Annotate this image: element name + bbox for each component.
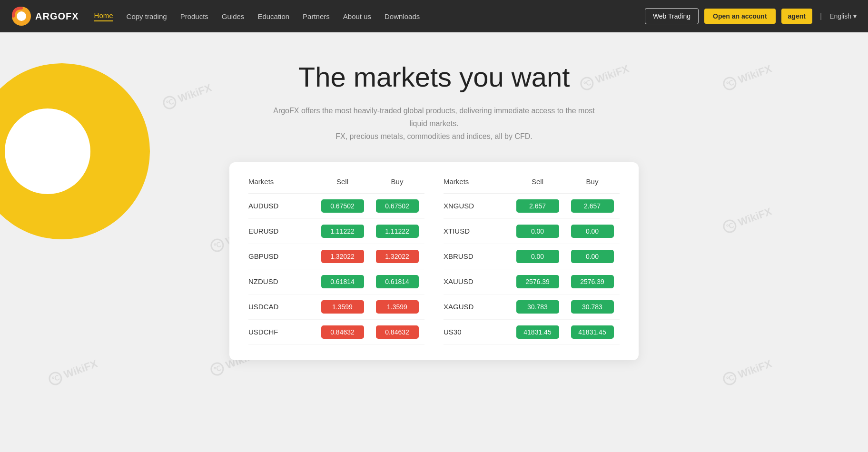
buy-price[interactable]: 2576.39 bbox=[571, 275, 614, 288]
sell-price[interactable]: 1.3599 bbox=[321, 300, 364, 314]
watermark-8: ℃WikiFX bbox=[47, 357, 99, 387]
sell-price[interactable]: 1.32022 bbox=[321, 250, 364, 263]
market-name: EURUSD bbox=[248, 227, 315, 235]
navbar: ARGOFX Home Copy trading Products Guides… bbox=[0, 0, 868, 32]
table-row: EURUSD 1.11222 1.11222 bbox=[248, 219, 424, 244]
table-row: XAUUSD 2576.39 2576.39 bbox=[444, 269, 620, 295]
right-col-headers: Markets Sell Buy bbox=[444, 177, 620, 194]
sell-price[interactable]: 0.84632 bbox=[321, 325, 364, 339]
table-row: XAGUSD 30.783 30.783 bbox=[444, 295, 620, 320]
market-name: NZDUSD bbox=[248, 277, 315, 285]
table-row: GBPUSD 1.32022 1.32022 bbox=[248, 244, 424, 269]
hero-subtitle: ArgoFX offers the most heavily-traded gl… bbox=[267, 104, 601, 143]
nav-home[interactable]: Home bbox=[94, 11, 113, 21]
buy-price[interactable]: 0.00 bbox=[571, 225, 614, 238]
buy-price[interactable]: 0.00 bbox=[571, 250, 614, 263]
market-name: XAGUSD bbox=[444, 303, 510, 311]
watermark-2: ℃WikiFX bbox=[161, 81, 213, 111]
logo-text: ARGOFX bbox=[35, 11, 79, 22]
table-row: XTIUSD 0.00 0.00 bbox=[444, 219, 620, 244]
market-col-left: Markets Sell Buy AUDUSD 0.67502 0.67502 … bbox=[248, 177, 424, 345]
sell-price[interactable]: 0.00 bbox=[516, 225, 559, 238]
sell-price[interactable]: 2.657 bbox=[516, 199, 559, 213]
watermark-10: ℃WikiFX bbox=[721, 357, 773, 387]
nav-guides[interactable]: Guides bbox=[222, 12, 245, 20]
agent-button[interactable]: agent bbox=[781, 9, 812, 24]
buy-price[interactable]: 1.3599 bbox=[376, 300, 419, 314]
sell-price[interactable]: 1.11222 bbox=[321, 225, 364, 238]
nav-downloads[interactable]: Downloads bbox=[385, 12, 420, 20]
language-selector[interactable]: English ▾ bbox=[829, 12, 857, 20]
market-name: XTIUSD bbox=[444, 227, 510, 235]
buy-price[interactable]: 0.67502 bbox=[376, 199, 419, 213]
left-header-buy: Buy bbox=[370, 177, 424, 186]
market-name: XAUUSD bbox=[444, 277, 510, 285]
sell-price[interactable]: 30.783 bbox=[516, 300, 559, 314]
sell-price[interactable]: 0.61814 bbox=[321, 275, 364, 288]
buy-price[interactable]: 41831.45 bbox=[571, 325, 614, 339]
market-col-right: Markets Sell Buy XNGUSD 2.657 2.657 XTIU… bbox=[444, 177, 620, 345]
right-header-buy: Buy bbox=[565, 177, 620, 186]
language-divider: | bbox=[820, 12, 822, 20]
sell-price[interactable]: 41831.45 bbox=[516, 325, 559, 339]
nav-about-us[interactable]: About us bbox=[343, 12, 371, 20]
logo[interactable]: ARGOFX bbox=[11, 6, 79, 26]
market-name: US30 bbox=[444, 328, 510, 336]
nav-partners[interactable]: Partners bbox=[303, 12, 330, 20]
market-name: AUDUSD bbox=[248, 202, 315, 210]
nav-education[interactable]: Education bbox=[257, 12, 289, 20]
table-row: AUDUSD 0.67502 0.67502 bbox=[248, 194, 424, 219]
hero-text: The markets you want ArgoFX offers the m… bbox=[267, 61, 601, 143]
nav-products[interactable]: Products bbox=[180, 12, 208, 20]
hero-title: The markets you want bbox=[267, 61, 601, 93]
market-name: XNGUSD bbox=[444, 202, 510, 210]
table-row: XBRUSD 0.00 0.00 bbox=[444, 244, 620, 269]
hero-section: ℃WikiFX ℃WikiFX ℃WikiFX ℃WikiFX ℃WikiFX … bbox=[0, 32, 868, 452]
buy-price[interactable]: 0.61814 bbox=[376, 275, 419, 288]
market-name: XBRUSD bbox=[444, 252, 510, 260]
watermark-7: ℃WikiFX bbox=[721, 205, 773, 235]
buy-price[interactable]: 2.657 bbox=[571, 199, 614, 213]
web-trading-button[interactable]: Web Trading bbox=[645, 8, 699, 24]
table-row: XNGUSD 2.657 2.657 bbox=[444, 194, 620, 219]
chevron-down-icon: ▾ bbox=[853, 12, 857, 20]
table-row: NZDUSD 0.61814 0.61814 bbox=[248, 269, 424, 295]
market-name: USDCHF bbox=[248, 328, 315, 336]
buy-price[interactable]: 1.11222 bbox=[376, 225, 419, 238]
market-name: USDCAD bbox=[248, 303, 315, 311]
buy-price[interactable]: 0.84632 bbox=[376, 325, 419, 339]
right-header-markets: Markets bbox=[444, 177, 510, 186]
buy-price[interactable]: 30.783 bbox=[571, 300, 614, 314]
buy-price[interactable]: 1.32022 bbox=[376, 250, 419, 263]
svg-point-3 bbox=[5, 108, 90, 194]
sell-price[interactable]: 0.00 bbox=[516, 250, 559, 263]
logo-icon bbox=[11, 6, 31, 26]
left-header-sell: Sell bbox=[315, 177, 370, 186]
sell-price[interactable]: 2576.39 bbox=[516, 275, 559, 288]
nav-links: Home Copy trading Products Guides Educat… bbox=[94, 11, 645, 21]
open-account-button[interactable]: Open an account bbox=[704, 9, 776, 24]
watermark-3: ℃WikiFX bbox=[721, 62, 773, 92]
left-header-markets: Markets bbox=[248, 177, 315, 186]
svg-point-1 bbox=[17, 11, 26, 21]
right-header-sell: Sell bbox=[510, 177, 565, 186]
markets-card: Markets Sell Buy AUDUSD 0.67502 0.67502 … bbox=[229, 162, 639, 360]
table-row: USDCAD 1.3599 1.3599 bbox=[248, 295, 424, 320]
table-row: US30 41831.45 41831.45 bbox=[444, 320, 620, 345]
left-col-headers: Markets Sell Buy bbox=[248, 177, 424, 194]
markets-grid: Markets Sell Buy AUDUSD 0.67502 0.67502 … bbox=[248, 177, 620, 345]
table-row: USDCHF 0.84632 0.84632 bbox=[248, 320, 424, 345]
sell-price[interactable]: 0.67502 bbox=[321, 199, 364, 213]
circle-decoration bbox=[0, 61, 152, 242]
market-name: GBPUSD bbox=[248, 252, 315, 260]
nav-actions: Web Trading Open an account agent | Engl… bbox=[645, 8, 857, 24]
nav-copy-trading[interactable]: Copy trading bbox=[127, 12, 167, 20]
